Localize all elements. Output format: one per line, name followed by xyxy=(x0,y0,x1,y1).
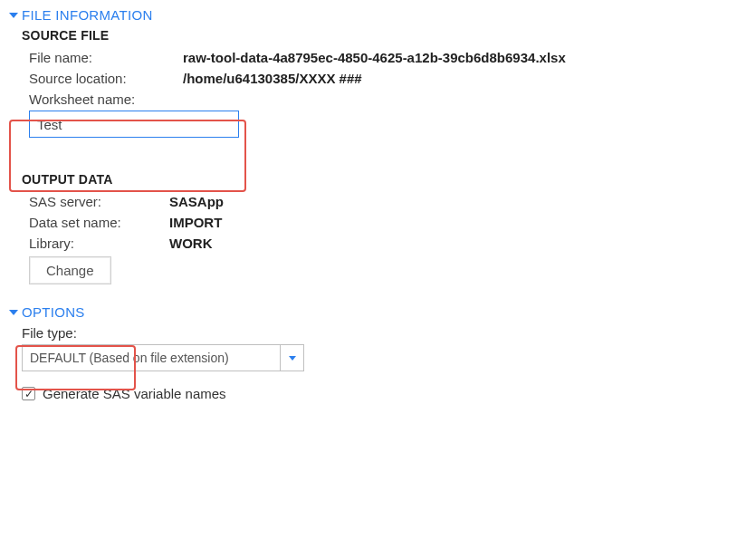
file-name-row: File name: raw-tool-data-4a8795ec-4850-4… xyxy=(29,50,747,65)
worksheet-name-label: Worksheet name: xyxy=(29,91,747,107)
dataset-name-value: IMPORT xyxy=(169,215,222,230)
change-button[interactable]: Change xyxy=(29,256,111,284)
output-data-heading: OUTPUT DATA xyxy=(22,172,747,187)
dataset-name-row: Data set name: IMPORT xyxy=(29,215,747,230)
library-row: Library: WORK xyxy=(29,236,747,251)
sas-server-value: SASApp xyxy=(169,194,224,209)
file-type-label: File type: xyxy=(22,325,747,341)
file-name-label: File name: xyxy=(29,50,183,65)
options-header[interactable]: OPTIONS xyxy=(9,304,747,320)
file-type-dropdown-button[interactable] xyxy=(280,345,303,371)
generate-names-label: Generate SAS variable names xyxy=(43,386,226,401)
sas-server-row: SAS server: SASApp xyxy=(29,194,747,209)
chevron-down-icon xyxy=(289,356,296,361)
section-title: OPTIONS xyxy=(22,304,85,320)
section-title: FILE INFORMATION xyxy=(22,7,153,23)
source-location-label: Source location: xyxy=(29,71,183,86)
file-type-combobox[interactable]: DEFAULT (Based on file extension) xyxy=(22,344,304,371)
file-type-value: DEFAULT (Based on file extension) xyxy=(23,351,280,365)
source-location-row: Source location: /home/u64130385/XXXX ##… xyxy=(29,71,747,86)
worksheet-name-input[interactable] xyxy=(29,111,239,138)
source-location-value: /home/u64130385/XXXX ### xyxy=(183,71,362,86)
sas-server-label: SAS server: xyxy=(29,194,169,209)
library-label: Library: xyxy=(29,236,169,251)
check-icon: ✓ xyxy=(24,389,33,399)
source-file-heading: SOURCE FILE xyxy=(22,28,747,43)
file-information-header[interactable]: FILE INFORMATION xyxy=(9,7,747,23)
generate-names-checkbox[interactable]: ✓ xyxy=(22,387,35,400)
collapse-icon xyxy=(9,13,18,18)
file-name-value: raw-tool-data-4a8795ec-4850-4625-a12b-39… xyxy=(183,50,566,65)
library-value: WORK xyxy=(169,236,213,251)
dataset-name-label: Data set name: xyxy=(29,215,169,230)
collapse-icon xyxy=(9,310,18,315)
worksheet-block: Worksheet name: xyxy=(29,91,747,138)
